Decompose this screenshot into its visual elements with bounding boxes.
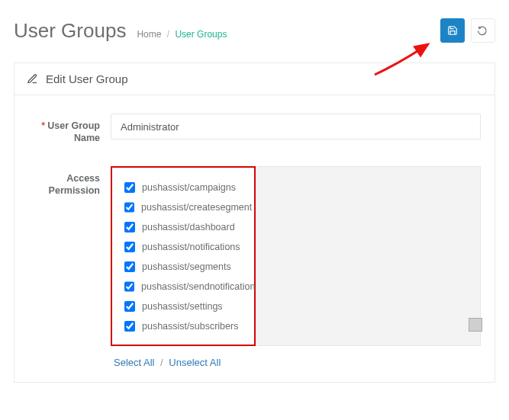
page-title: User Groups <box>14 19 126 43</box>
permission-label-text: pushassist/createsegment <box>141 202 252 213</box>
permission-label-text: pushassist/campaigns <box>142 182 236 193</box>
permission-item[interactable]: pushassist/segments <box>121 259 245 274</box>
breadcrumb-home[interactable]: Home <box>137 29 161 40</box>
permission-checkbox[interactable] <box>124 321 135 332</box>
panel-heading: Edit User Group <box>14 63 495 95</box>
user-group-name-input[interactable] <box>111 114 481 139</box>
name-label: *User Group Name <box>28 114 111 145</box>
permission-label-text: pushassist/dashboard <box>142 222 235 232</box>
permission-checkbox[interactable] <box>124 281 134 292</box>
permission-label-text: pushassist/settings <box>142 301 223 312</box>
save-icon <box>447 25 458 36</box>
permission-item[interactable]: pushassist/createsegment <box>121 200 245 215</box>
permission-checkbox[interactable] <box>124 301 135 312</box>
permission-list: pushassist/campaignspushassist/createseg… <box>111 166 256 346</box>
permission-item[interactable]: pushassist/sendnotification <box>121 279 245 294</box>
permission-item[interactable]: pushassist/dashboard <box>121 220 245 235</box>
permission-checkbox[interactable] <box>124 202 134 213</box>
permission-label-text: pushassist/segments <box>142 261 231 272</box>
permission-label-text: pushassist/sendnotification <box>141 281 255 292</box>
permission-item[interactable]: pushassist/notifications <box>121 239 245 255</box>
permission-label-text: pushassist/notifications <box>142 242 240 252</box>
permission-label-text: pushassist/subscribers <box>142 321 238 332</box>
permission-checkbox[interactable] <box>124 182 135 193</box>
back-button[interactable] <box>471 18 495 43</box>
undo-icon <box>478 25 488 36</box>
select-all-link[interactable]: Select All <box>114 357 154 368</box>
panel-title: Edit User Group <box>46 72 128 85</box>
permission-checkbox[interactable] <box>124 222 135 232</box>
permission-item[interactable]: pushassist/subscribers <box>121 319 245 334</box>
permission-checkbox[interactable] <box>124 261 135 272</box>
permission-item[interactable]: pushassist/campaigns <box>121 180 245 195</box>
required-mark: * <box>41 120 45 131</box>
breadcrumb: Home / User Groups <box>137 29 227 40</box>
save-button[interactable] <box>440 18 465 43</box>
breadcrumb-separator: / <box>167 29 169 40</box>
unselect-all-link[interactable]: Unselect All <box>169 357 221 368</box>
pencil-icon <box>27 73 38 85</box>
permission-checkbox[interactable] <box>124 242 135 252</box>
breadcrumb-current[interactable]: User Groups <box>175 29 227 40</box>
link-separator: / <box>160 357 163 368</box>
permission-scroll-area[interactable] <box>256 166 481 346</box>
permission-label: Access Permission <box>28 166 111 197</box>
permission-item[interactable]: pushassist/settings <box>121 299 245 314</box>
panel: Edit User Group *User Group Name Access … <box>14 63 495 383</box>
